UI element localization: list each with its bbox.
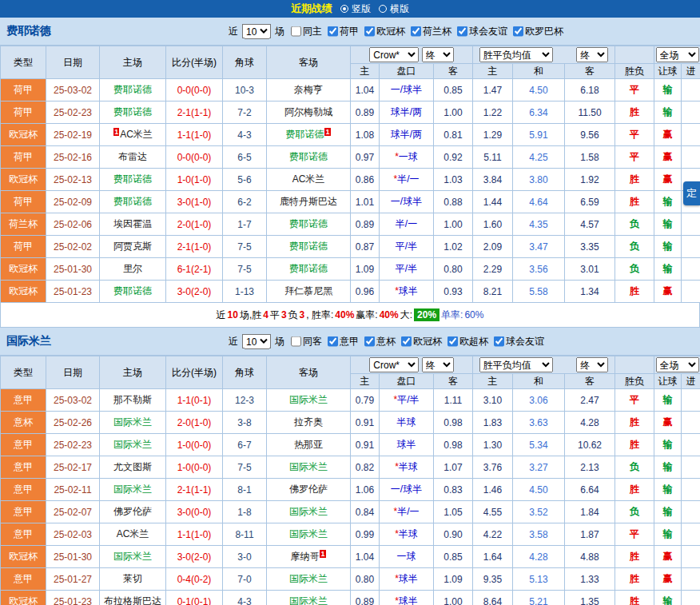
home-team-name[interactable]: 费耶诺德 (113, 84, 152, 95)
home-team-name[interactable]: 布雷达 (118, 151, 147, 162)
avg-away-odds-cell: 1.84 (565, 501, 615, 523)
filter-checkbox-option[interactable]: 意杯 (360, 335, 396, 348)
team-name[interactable]: 费耶诺德 (6, 24, 51, 38)
home-team-name[interactable]: 尤文图斯 (113, 461, 152, 472)
scope-select[interactable]: 全场 (656, 357, 699, 372)
home-team-name[interactable]: 费耶诺德 (113, 173, 152, 185)
away-team-name[interactable]: 国际米兰 (289, 506, 328, 517)
home-team-name[interactable]: 莱切 (123, 573, 142, 584)
filter-checkbox-option[interactable]: 欧冠杯 (360, 25, 405, 38)
home-team-name[interactable]: 国际米兰 (113, 439, 152, 450)
filter-checkbox-option[interactable]: 球会友谊 (453, 25, 507, 38)
match-date-cell: 25-03-02 (46, 79, 100, 101)
avg-final-select[interactable]: 终 (576, 357, 608, 372)
avg-final-select[interactable]: 终 (576, 47, 608, 62)
filter-checkbox[interactable] (328, 26, 338, 37)
home-team-name[interactable]: AC米兰 (117, 528, 149, 539)
filter-checkbox[interactable] (291, 26, 301, 37)
away-team-name[interactable]: 阿尔梅勒城 (284, 106, 332, 117)
home-team-cell: 莱切 (100, 568, 166, 591)
home-team-name[interactable]: 阿贾克斯 (113, 241, 152, 252)
extra-cell (682, 258, 700, 281)
filter-checkbox-option[interactable]: 同客 (287, 335, 322, 348)
away-team-name[interactable]: 费耶诺德 (289, 218, 328, 229)
filter-checkbox[interactable] (494, 336, 504, 347)
handicap-value: 一球 (399, 151, 418, 162)
filter-checkbox[interactable] (328, 336, 338, 347)
handicap-cell: *半球 (380, 456, 434, 479)
odds-company-select[interactable]: Crow* (369, 357, 419, 372)
handicap-value: 球半/两 (391, 106, 422, 117)
home-team-name[interactable]: 那不勒斯 (113, 394, 152, 405)
away-team-cell: 国际米兰 (267, 456, 351, 479)
home-team-name[interactable]: 布拉格斯巴达 (104, 595, 161, 605)
handicap-result-cell: 赢 (654, 169, 682, 191)
away-team-name[interactable]: 费耶诺德 (285, 129, 324, 140)
home-team-name[interactable]: AC米兰 (120, 129, 153, 140)
filter-checkbox[interactable] (291, 336, 301, 347)
home-team-name[interactable]: 费耶诺德 (113, 106, 152, 117)
team-name[interactable]: 国际米兰 (6, 334, 51, 348)
league-type-cell: 欧冠杯 (1, 281, 46, 303)
summary-segment: , 胜率: (306, 308, 333, 322)
pin-side-tab[interactable]: 定 (683, 181, 700, 205)
away-team-name[interactable]: 国际米兰 (289, 573, 328, 584)
corner-cell: 6-7 (223, 434, 267, 456)
away-team-name[interactable]: 国际米兰 (289, 394, 328, 405)
filter-checkbox-option[interactable]: 荷兰杯 (407, 25, 451, 38)
filter-checkbox[interactable] (447, 336, 458, 347)
home-team-cell: 费耶诺德 (100, 79, 166, 101)
filter-checkbox[interactable] (364, 336, 375, 347)
layout-radio-vertical[interactable]: 竖版 (340, 2, 371, 16)
away-team-name[interactable]: 国际米兰 (289, 461, 328, 472)
home-team-name[interactable]: 国际米兰 (113, 551, 152, 562)
away-team-name[interactable]: AC米兰 (292, 173, 325, 185)
away-team-name[interactable]: 费耶诺德 (289, 241, 328, 252)
topbar: 近期战绩 竖版 横版 (0, 0, 700, 18)
away-team-name[interactable]: 佛罗伦萨 (289, 484, 328, 495)
handicap-result-cell: 输 (654, 79, 682, 101)
filter-checkbox[interactable] (401, 336, 412, 347)
odds-final-select[interactable]: 终 (422, 357, 454, 372)
avg-odds-select[interactable]: 胜平负均值 (479, 357, 553, 372)
filter-checkbox[interactable] (364, 26, 375, 37)
filter-checkbox[interactable] (457, 26, 467, 37)
away-team-name[interactable]: 国际米兰 (289, 595, 328, 605)
odds-final-select[interactable]: 终 (422, 47, 454, 62)
away-team-name[interactable]: 国际米兰 (289, 528, 328, 539)
filter-checkbox-option[interactable]: 同主 (287, 25, 322, 38)
filter-checkbox-option[interactable]: 欧超杯 (443, 335, 488, 348)
away-team-name[interactable]: 拉齐奥 (294, 416, 323, 428)
home-team-name[interactable]: 国际米兰 (113, 416, 152, 428)
filter-checkbox[interactable] (411, 26, 421, 37)
avg-odds-select[interactable]: 胜平负均值 (479, 47, 553, 62)
away-team-name[interactable]: 奈梅亨 (294, 84, 323, 95)
away-team-name[interactable]: 热那亚 (294, 439, 323, 450)
home-team-name[interactable]: 费耶诺德 (113, 285, 152, 297)
layout-radio-horizontal[interactable]: 横版 (379, 2, 409, 16)
filter-checkbox-option[interactable]: 欧罗巴杯 (509, 25, 563, 38)
home-team-name[interactable]: 埃因霍温 (113, 218, 152, 229)
home-team-name[interactable]: 佛罗伦萨 (113, 506, 152, 517)
filter-checkbox-option[interactable]: 荷甲 (324, 25, 359, 38)
col-home: 主场 (100, 46, 166, 79)
odds-company-select[interactable]: Crow* (369, 47, 419, 62)
home-team-name[interactable]: 国际米兰 (113, 484, 152, 495)
recent-count-select[interactable]: 10 (242, 24, 271, 39)
handicap-odds-away-cell: 1.09 (434, 568, 473, 591)
recent-count-select[interactable]: 10 (242, 334, 271, 349)
away-team-name[interactable]: 拜仁慕尼黑 (284, 285, 332, 297)
col-handicap: 盘口 (380, 64, 434, 79)
home-team-name[interactable]: 费耶诺德 (113, 196, 152, 207)
section-band: 国际米兰 近10场同客意甲意杯欧冠杯欧超杯球会友谊 (0, 328, 700, 356)
away-team-name[interactable]: 费耶诺德 (289, 263, 328, 274)
away-team-name[interactable]: 费耶诺德 (289, 151, 328, 162)
filter-checkbox-option[interactable]: 球会友谊 (490, 335, 544, 348)
scope-select[interactable]: 全场 (656, 47, 699, 62)
filter-checkbox[interactable] (513, 26, 523, 37)
filter-checkbox-option[interactable]: 欧冠杯 (397, 335, 442, 348)
home-team-name[interactable]: 里尔 (123, 263, 142, 274)
filter-checkbox-option[interactable]: 意甲 (324, 335, 359, 348)
away-team-name[interactable]: 鹿特丹斯巴达 (280, 196, 337, 207)
away-team-name[interactable]: 摩纳哥 (290, 551, 319, 562)
